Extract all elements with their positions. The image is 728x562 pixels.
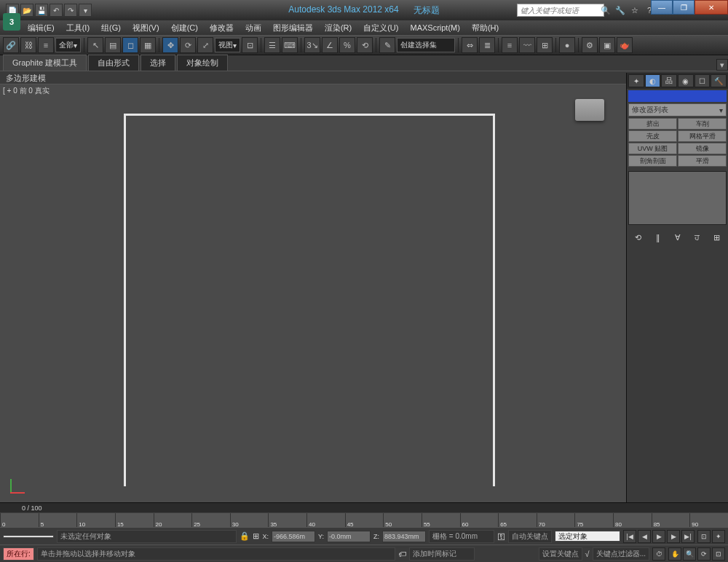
render-setup-icon[interactable]: ⚙ <box>582 37 598 53</box>
scene-object-rectangle[interactable] <box>124 114 495 486</box>
help-search-input[interactable] <box>517 4 604 17</box>
show-end-icon[interactable]: ‖ <box>652 232 665 242</box>
menu-rendering[interactable]: 渲染(R) <box>319 21 357 35</box>
rotate-icon[interactable]: ⟳ <box>180 37 196 53</box>
keyboard-shortcut-icon[interactable]: ⌨ <box>282 37 298 53</box>
y-input[interactable] <box>327 531 371 542</box>
key-filters-button[interactable]: 关键点过滤器... <box>593 547 649 561</box>
isolate-icon[interactable]: ⊡ <box>697 530 711 543</box>
undo-icon[interactable]: ↶ <box>50 4 63 17</box>
select-name-icon[interactable]: ▤ <box>105 37 121 53</box>
ribbon-collapse-icon[interactable]: ▾ <box>716 59 728 71</box>
prev-frame-icon[interactable]: ◀ <box>638 530 651 543</box>
menu-edit[interactable]: 编辑(E) <box>22 21 60 35</box>
menu-views[interactable]: 视图(V) <box>127 21 165 35</box>
select-region-icon[interactable]: ◻ <box>122 37 138 53</box>
ref-coord-dropdown[interactable]: 视图 ▾ <box>215 38 240 52</box>
pivot-icon[interactable]: ⊡ <box>242 37 258 53</box>
link-icon[interactable]: 🔗 <box>3 37 19 53</box>
menu-customize[interactable]: 自定义(U) <box>357 21 404 35</box>
display-tab-icon[interactable]: ☐ <box>695 74 711 87</box>
lathe-button[interactable]: 车削 <box>678 118 727 130</box>
spinner-snap-icon[interactable]: ⟲ <box>357 37 373 53</box>
hierarchy-tab-icon[interactable]: 品 <box>661 74 677 87</box>
scale-icon[interactable]: ⤢ <box>197 37 213 53</box>
mirror-icon[interactable]: ⇔ <box>462 37 478 53</box>
smooth-button[interactable]: 平滑 <box>678 155 727 167</box>
viewport[interactable]: [ + 0 前 0 真实 <box>0 84 626 502</box>
viewport-label[interactable]: [ + 0 前 0 真实 <box>3 86 50 96</box>
menu-help[interactable]: 帮助(H) <box>466 21 505 35</box>
tab-object-paint[interactable]: 对象绘制 <box>177 55 228 71</box>
menu-modifiers[interactable]: 修改器 <box>204 21 240 35</box>
script-mini-listener[interactable] <box>3 535 54 538</box>
make-unique-icon[interactable]: ∀ <box>671 232 684 242</box>
chamfer-button[interactable]: 剖角剖面 <box>628 155 677 167</box>
unlink-icon[interactable]: ⛓ <box>20 37 36 53</box>
open-icon[interactable]: 📂 <box>20 4 33 17</box>
material-editor-icon[interactable]: ● <box>559 37 575 53</box>
time-config-icon[interactable]: ⏱ <box>652 547 665 561</box>
motion-tab-icon[interactable]: ◉ <box>678 74 694 87</box>
mirror-button[interactable]: 镜像 <box>678 143 727 154</box>
menu-tools[interactable]: 工具(I) <box>60 21 95 35</box>
star-icon[interactable]: ☆ <box>629 4 641 16</box>
edit-named-sel-icon[interactable]: ✎ <box>379 37 395 53</box>
curve-editor-icon[interactable]: 〰 <box>519 37 535 53</box>
bind-icon[interactable]: ≡ <box>38 37 54 53</box>
time-range-display[interactable]: 0 / 100 <box>0 503 728 513</box>
minimize-button[interactable]: — <box>651 0 673 15</box>
uvwmap-button[interactable]: UVW 贴图 <box>628 143 677 154</box>
time-tag-icon[interactable]: 🏷 <box>398 550 406 558</box>
extrude-button[interactable]: 挤出 <box>628 118 677 130</box>
max-toggle-icon[interactable]: ⊡ <box>712 547 725 561</box>
close-button[interactable]: ✕ <box>695 0 728 15</box>
nav-icon[interactable]: ✦ <box>712 530 725 543</box>
render-frame-icon[interactable]: ▣ <box>599 37 615 53</box>
orbit-icon[interactable]: ⟳ <box>697 547 711 561</box>
meshsmooth-button[interactable]: 网格平滑 <box>678 130 727 142</box>
select-icon[interactable]: ↖ <box>87 37 103 53</box>
menu-create[interactable]: 创建(C) <box>165 21 204 35</box>
object-color-swatch[interactable] <box>628 90 727 102</box>
app-logo[interactable]: 3 <box>3 13 20 31</box>
selected-obj-dropdown[interactable]: 选定对象 <box>555 531 620 542</box>
configure-icon[interactable]: ⊞ <box>711 232 724 242</box>
move-icon[interactable]: ✥ <box>162 37 178 53</box>
schematic-icon[interactable]: ⊞ <box>537 37 553 53</box>
modifier-stack[interactable] <box>628 171 727 225</box>
qat-dropdown-icon[interactable]: ▾ <box>79 4 92 17</box>
manipulate-icon[interactable]: ☰ <box>264 37 280 53</box>
menu-group[interactable]: 组(G) <box>95 21 127 35</box>
ribbon-subpanel[interactable]: 多边形建模 <box>0 71 728 84</box>
next-frame-icon[interactable]: ▶ <box>667 530 680 543</box>
angle-snap-icon[interactable]: ∠ <box>322 37 338 53</box>
pan-icon[interactable]: ✋ <box>668 547 681 561</box>
zoom-icon[interactable]: 🔍 <box>683 547 696 561</box>
tab-freeform[interactable]: 自由形式 <box>88 55 139 71</box>
maximize-button[interactable]: ❐ <box>673 0 695 15</box>
percent-snap-icon[interactable]: % <box>339 37 355 53</box>
menu-maxscript[interactable]: MAXScript(M) <box>404 22 465 33</box>
auto-key-button[interactable]: 自动关键点 <box>508 530 552 543</box>
tab-selection[interactable]: 选择 <box>141 55 175 71</box>
z-input[interactable] <box>382 531 426 542</box>
play-icon[interactable]: ▶ <box>652 530 665 543</box>
lock-icon[interactable]: 🔒 <box>240 531 250 541</box>
window-crossing-icon[interactable]: ▦ <box>140 37 156 53</box>
remove-icon[interactable]: ਹ <box>691 232 704 242</box>
key-icon[interactable]: 🔧 <box>614 4 626 16</box>
menu-animation[interactable]: 动画 <box>240 21 267 35</box>
snap-toggle-icon[interactable]: 3↘ <box>304 37 320 53</box>
goto-start-icon[interactable]: |◀ <box>623 530 636 543</box>
viewcube[interactable] <box>575 99 604 121</box>
redo-icon[interactable]: ↷ <box>64 4 77 17</box>
named-selection-dropdown[interactable]: 创建选择集 <box>397 38 455 52</box>
render-icon[interactable]: 🫖 <box>617 37 633 53</box>
pin-stack-icon[interactable]: ⟲ <box>632 232 645 242</box>
modify-tab-icon[interactable]: ◐ <box>645 74 661 87</box>
menu-graph-editors[interactable]: 图形编辑器 <box>267 21 319 35</box>
key-icon2[interactable]: ⚿ <box>497 532 505 541</box>
goto-end-icon[interactable]: ▶| <box>681 530 695 543</box>
set-key-button[interactable]: 设置关键点 <box>539 547 582 561</box>
